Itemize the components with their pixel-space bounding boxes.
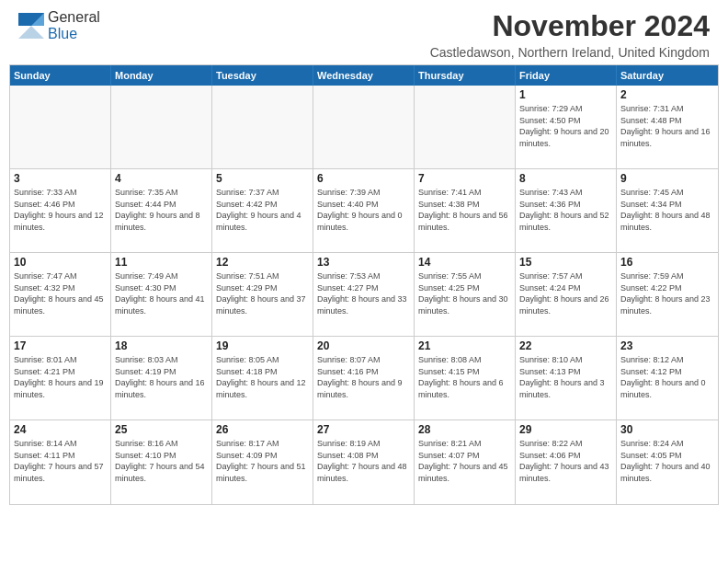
day-cell: 17Sunrise: 8:01 AM Sunset: 4:21 PM Dayli…	[10, 337, 111, 419]
empty-cell	[111, 86, 212, 168]
day-cell: 3Sunrise: 7:33 AM Sunset: 4:46 PM Daylig…	[10, 169, 111, 252]
day-cell: 2Sunrise: 7:31 AM Sunset: 4:48 PM Daylig…	[617, 86, 718, 168]
day-cell: 6Sunrise: 7:39 AM Sunset: 4:40 PM Daylig…	[313, 169, 415, 252]
day-cell: 21Sunrise: 8:08 AM Sunset: 4:15 PM Dayli…	[415, 337, 516, 419]
day-cell: 25Sunrise: 8:16 AM Sunset: 4:10 PM Dayli…	[111, 420, 212, 504]
day-cell: 5Sunrise: 7:37 AM Sunset: 4:42 PM Daylig…	[212, 169, 313, 252]
day-info: Sunrise: 8:12 AM Sunset: 4:12 PM Dayligh…	[620, 354, 714, 400]
day-number: 3	[14, 172, 107, 185]
day-info: Sunrise: 7:51 AM Sunset: 4:29 PM Dayligh…	[216, 270, 309, 316]
day-cell: 18Sunrise: 8:03 AM Sunset: 4:19 PM Dayli…	[111, 337, 212, 419]
day-info: Sunrise: 8:17 AM Sunset: 4:09 PM Dayligh…	[216, 438, 309, 484]
day-number: 5	[216, 172, 309, 185]
location: Castledawson, Northern Ireland, United K…	[430, 45, 710, 60]
day-of-week-header: Friday	[516, 65, 617, 86]
day-info: Sunrise: 7:31 AM Sunset: 4:48 PM Dayligh…	[620, 103, 714, 149]
calendar-week: 17Sunrise: 8:01 AM Sunset: 4:21 PM Dayli…	[10, 337, 718, 420]
day-info: Sunrise: 8:14 AM Sunset: 4:11 PM Dayligh…	[14, 438, 107, 484]
day-info: Sunrise: 7:39 AM Sunset: 4:40 PM Dayligh…	[317, 187, 410, 233]
day-cell: 29Sunrise: 8:22 AM Sunset: 4:06 PM Dayli…	[516, 420, 617, 504]
day-number: 18	[115, 339, 208, 352]
day-number: 11	[115, 256, 208, 269]
day-cell: 30Sunrise: 8:24 AM Sunset: 4:05 PM Dayli…	[617, 420, 718, 504]
day-cell: 1Sunrise: 7:29 AM Sunset: 4:50 PM Daylig…	[516, 86, 617, 168]
day-cell: 20Sunrise: 8:07 AM Sunset: 4:16 PM Dayli…	[313, 337, 415, 419]
calendar-week: 24Sunrise: 8:14 AM Sunset: 4:11 PM Dayli…	[10, 420, 718, 504]
calendar-week: 3Sunrise: 7:33 AM Sunset: 4:46 PM Daylig…	[10, 169, 718, 253]
day-info: Sunrise: 8:08 AM Sunset: 4:15 PM Dayligh…	[418, 354, 511, 400]
day-cell: 10Sunrise: 7:47 AM Sunset: 4:32 PM Dayli…	[10, 253, 111, 336]
day-cell: 16Sunrise: 7:59 AM Sunset: 4:22 PM Dayli…	[617, 253, 718, 336]
day-cell: 11Sunrise: 7:49 AM Sunset: 4:30 PM Dayli…	[111, 253, 212, 336]
day-number: 7	[418, 172, 511, 185]
day-info: Sunrise: 7:49 AM Sunset: 4:30 PM Dayligh…	[115, 270, 208, 316]
day-cell: 8Sunrise: 7:43 AM Sunset: 4:36 PM Daylig…	[516, 169, 617, 252]
day-info: Sunrise: 8:03 AM Sunset: 4:19 PM Dayligh…	[115, 354, 208, 400]
day-info: Sunrise: 8:19 AM Sunset: 4:08 PM Dayligh…	[317, 438, 410, 484]
month-title: November 2024	[430, 9, 710, 43]
day-number: 12	[216, 256, 309, 269]
day-info: Sunrise: 7:47 AM Sunset: 4:32 PM Dayligh…	[14, 270, 107, 316]
day-info: Sunrise: 8:24 AM Sunset: 4:05 PM Dayligh…	[620, 438, 714, 484]
day-info: Sunrise: 8:01 AM Sunset: 4:21 PM Dayligh…	[14, 354, 107, 400]
day-of-week-header: Sunday	[10, 65, 111, 86]
day-cell: 14Sunrise: 7:55 AM Sunset: 4:25 PM Dayli…	[415, 253, 516, 336]
day-info: Sunrise: 7:55 AM Sunset: 4:25 PM Dayligh…	[418, 270, 511, 316]
calendar-body: 1Sunrise: 7:29 AM Sunset: 4:50 PM Daylig…	[10, 86, 718, 504]
logo: General Blue	[18, 9, 100, 42]
day-number: 17	[14, 339, 107, 352]
day-of-week-header: Tuesday	[212, 65, 313, 86]
day-cell: 12Sunrise: 7:51 AM Sunset: 4:29 PM Dayli…	[212, 253, 313, 336]
day-number: 25	[115, 423, 208, 436]
calendar-week: 1Sunrise: 7:29 AM Sunset: 4:50 PM Daylig…	[10, 86, 718, 169]
empty-cell	[10, 86, 111, 168]
empty-cell	[212, 86, 313, 168]
day-info: Sunrise: 8:07 AM Sunset: 4:16 PM Dayligh…	[317, 354, 410, 400]
day-cell: 13Sunrise: 7:53 AM Sunset: 4:27 PM Dayli…	[313, 253, 415, 336]
day-number: 20	[317, 339, 410, 352]
day-info: Sunrise: 7:29 AM Sunset: 4:50 PM Dayligh…	[519, 103, 612, 149]
day-info: Sunrise: 7:33 AM Sunset: 4:46 PM Dayligh…	[14, 187, 107, 233]
day-of-week-header: Thursday	[415, 65, 516, 86]
calendar: SundayMondayTuesdayWednesdayThursdayFrid…	[9, 64, 719, 505]
day-number: 9	[620, 172, 714, 185]
day-cell: 26Sunrise: 8:17 AM Sunset: 4:09 PM Dayli…	[212, 420, 313, 504]
day-cell: 24Sunrise: 8:14 AM Sunset: 4:11 PM Dayli…	[10, 420, 111, 504]
day-number: 27	[317, 423, 410, 436]
day-number: 21	[418, 339, 511, 352]
day-info: Sunrise: 7:57 AM Sunset: 4:24 PM Dayligh…	[519, 270, 612, 316]
day-info: Sunrise: 8:16 AM Sunset: 4:10 PM Dayligh…	[115, 438, 208, 484]
day-number: 15	[519, 256, 612, 269]
day-number: 28	[418, 423, 511, 436]
day-info: Sunrise: 7:41 AM Sunset: 4:38 PM Dayligh…	[418, 187, 511, 233]
day-number: 10	[14, 256, 107, 269]
day-cell: 4Sunrise: 7:35 AM Sunset: 4:44 PM Daylig…	[111, 169, 212, 252]
day-info: Sunrise: 7:43 AM Sunset: 4:36 PM Dayligh…	[519, 187, 612, 233]
day-info: Sunrise: 7:35 AM Sunset: 4:44 PM Dayligh…	[115, 187, 208, 233]
calendar-week: 10Sunrise: 7:47 AM Sunset: 4:32 PM Dayli…	[10, 253, 718, 337]
day-number: 23	[620, 339, 714, 352]
day-cell: 27Sunrise: 8:19 AM Sunset: 4:08 PM Dayli…	[313, 420, 415, 504]
day-cell: 15Sunrise: 7:57 AM Sunset: 4:24 PM Dayli…	[516, 253, 617, 336]
day-number: 6	[317, 172, 410, 185]
calendar-header: SundayMondayTuesdayWednesdayThursdayFrid…	[10, 65, 718, 86]
day-number: 30	[620, 423, 714, 436]
day-cell: 9Sunrise: 7:45 AM Sunset: 4:34 PM Daylig…	[617, 169, 718, 252]
day-cell: 28Sunrise: 8:21 AM Sunset: 4:07 PM Dayli…	[415, 420, 516, 504]
day-number: 24	[14, 423, 107, 436]
day-number: 29	[519, 423, 612, 436]
day-cell: 23Sunrise: 8:12 AM Sunset: 4:12 PM Dayli…	[617, 337, 718, 419]
day-info: Sunrise: 8:22 AM Sunset: 4:06 PM Dayligh…	[519, 438, 612, 484]
day-cell: 7Sunrise: 7:41 AM Sunset: 4:38 PM Daylig…	[415, 169, 516, 252]
logo-icon	[18, 13, 44, 39]
day-info: Sunrise: 7:53 AM Sunset: 4:27 PM Dayligh…	[317, 270, 410, 316]
title-area: November 2024 Castledawson, Northern Ire…	[430, 9, 710, 60]
day-number: 1	[519, 88, 612, 101]
empty-cell	[313, 86, 415, 168]
day-number: 2	[620, 88, 714, 101]
day-number: 16	[620, 256, 714, 269]
day-number: 13	[317, 256, 410, 269]
day-info: Sunrise: 7:59 AM Sunset: 4:22 PM Dayligh…	[620, 270, 714, 316]
day-number: 4	[115, 172, 208, 185]
day-number: 22	[519, 339, 612, 352]
